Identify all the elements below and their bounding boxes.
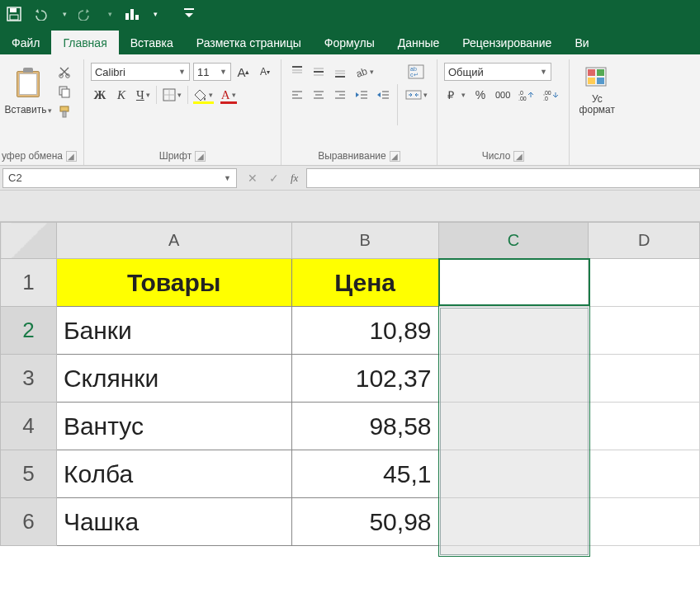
cell-C3[interactable]: [438, 355, 589, 403]
cell-B2[interactable]: 10,89: [291, 307, 438, 355]
tab-data[interactable]: Данные: [386, 31, 452, 54]
redo-dropdown-icon[interactable]: ▾: [108, 10, 112, 18]
font-name-combo[interactable]: Calibri▼: [91, 63, 190, 81]
merge-center-icon[interactable]: ▾: [403, 86, 430, 104]
cut-icon[interactable]: [56, 64, 73, 79]
undo-icon[interactable]: [33, 7, 50, 21]
tab-file[interactable]: Файл: [0, 31, 51, 54]
borders-button[interactable]: ▾: [160, 86, 184, 104]
enter-formula-icon[interactable]: ✓: [269, 172, 279, 185]
alignment-dialog-launcher-icon[interactable]: ◢: [390, 151, 400, 162]
comma-format-icon[interactable]: 000: [493, 86, 513, 104]
percent-format-icon[interactable]: %: [471, 86, 490, 104]
customize-qat-icon[interactable]: [184, 8, 194, 20]
align-top-icon[interactable]: [288, 63, 306, 81]
grow-font-icon[interactable]: A▴: [234, 63, 253, 81]
align-bottom-icon[interactable]: [331, 63, 349, 81]
redo-icon[interactable]: [78, 7, 95, 21]
shrink-font-icon[interactable]: A▾: [256, 63, 274, 81]
cell-C6[interactable]: [438, 498, 589, 546]
row-header-3[interactable]: 3: [1, 355, 57, 403]
align-center-icon[interactable]: [310, 86, 328, 104]
fill-color-button[interactable]: ▾: [192, 86, 215, 104]
row-header-5[interactable]: 5: [1, 450, 57, 498]
cell-C4[interactable]: [438, 403, 589, 450]
undo-dropdown-icon[interactable]: ▾: [63, 10, 67, 18]
row-header-2[interactable]: 2: [1, 307, 57, 355]
align-middle-icon[interactable]: [310, 63, 328, 81]
orientation-icon[interactable]: ab▾: [352, 63, 376, 81]
italic-button[interactable]: К: [112, 86, 130, 104]
clipboard-dialog-launcher-icon[interactable]: ◢: [66, 151, 77, 162]
cell-D2[interactable]: [589, 307, 700, 355]
cell-D6[interactable]: [589, 498, 700, 546]
cell-A4[interactable]: Вантус: [56, 403, 291, 450]
copy-icon[interactable]: [56, 84, 73, 99]
svg-rect-1: [10, 8, 17, 12]
align-right-icon[interactable]: [331, 86, 349, 104]
cell-A5[interactable]: Колба: [56, 450, 291, 498]
underline-button[interactable]: Ч▾: [134, 86, 153, 104]
cell-A2[interactable]: Банки: [56, 307, 291, 355]
font-dialog-launcher-icon[interactable]: ◢: [195, 151, 206, 162]
cell-C1[interactable]: [438, 259, 589, 307]
cell-D4[interactable]: [589, 403, 700, 450]
row-header-4[interactable]: 4: [1, 403, 57, 450]
col-header-C[interactable]: C: [438, 223, 589, 259]
col-header-A[interactable]: A: [56, 223, 291, 259]
formula-input[interactable]: [306, 168, 700, 188]
cell-D5[interactable]: [589, 450, 700, 498]
cell-B4[interactable]: 98,58: [291, 403, 438, 450]
group-font: Calibri▼ 11▼ A▴ A▾ Ж К Ч▾ ▾: [84, 59, 281, 165]
row-header-1[interactable]: 1: [1, 259, 57, 307]
row-header-6[interactable]: 6: [1, 498, 57, 546]
increase-indent-icon[interactable]: [374, 86, 392, 104]
cell-B3[interactable]: 102,37: [291, 355, 438, 403]
cancel-formula-icon[interactable]: ✕: [248, 172, 258, 185]
format-painter-icon[interactable]: [56, 104, 73, 119]
quick-chart-icon[interactable]: [124, 7, 140, 21]
worksheet[interactable]: A B C D 1 Товары Цена 2 Банки 10,89 3 Ск…: [0, 191, 700, 598]
cell-B5[interactable]: 45,1: [291, 450, 438, 498]
svg-text:,0: ,0: [543, 96, 548, 101]
wrap-text-icon[interactable]: abc↵: [403, 63, 430, 81]
tab-home[interactable]: Главная: [51, 31, 118, 54]
align-left-icon[interactable]: [288, 86, 306, 104]
quick-chart-dropdown-icon[interactable]: ▾: [154, 10, 158, 18]
col-header-D[interactable]: D: [589, 223, 700, 259]
cell-C2[interactable]: [438, 307, 589, 355]
cell-B6[interactable]: 50,98: [291, 498, 438, 546]
cell-A1[interactable]: Товары: [56, 259, 291, 307]
conditional-formatting-button[interactable]: Усформат: [576, 61, 617, 115]
svg-rect-53: [588, 78, 595, 84]
tab-view[interactable]: Ви: [563, 31, 600, 54]
name-box[interactable]: C2▼: [2, 168, 237, 188]
cell-A3[interactable]: Склянки: [56, 355, 291, 403]
ribbon: Вставить▾ уфер обмена ◢: [0, 54, 700, 166]
tab-review[interactable]: Рецензирование: [451, 31, 563, 54]
font-color-button[interactable]: A▾: [219, 86, 239, 104]
bold-button[interactable]: Ж: [91, 86, 109, 104]
col-header-B[interactable]: B: [291, 223, 438, 259]
tab-insert[interactable]: Вставка: [119, 31, 185, 54]
cell-B1[interactable]: Цена: [291, 259, 438, 307]
cell-C5[interactable]: [438, 450, 589, 498]
decrease-indent-icon[interactable]: [352, 86, 371, 104]
increase-decimal-icon[interactable]: ,0,00: [516, 86, 537, 104]
number-dialog-launcher-icon[interactable]: ◢: [513, 151, 524, 162]
save-icon[interactable]: [7, 7, 21, 21]
tab-page-layout[interactable]: Разметка страницы: [185, 31, 313, 54]
cell-D1[interactable]: [589, 259, 700, 307]
svg-rect-11: [60, 106, 69, 111]
decrease-decimal-icon[interactable]: ,00,0: [541, 86, 562, 104]
tab-formulas[interactable]: Формулы: [313, 31, 386, 54]
cell-A6[interactable]: Чашка: [56, 498, 291, 546]
cell-D3[interactable]: [589, 355, 700, 403]
svg-rect-6: [184, 8, 194, 10]
accounting-format-icon[interactable]: ₽▾: [444, 86, 468, 104]
select-all-corner[interactable]: [1, 223, 57, 259]
number-format-combo[interactable]: Общий▼: [444, 63, 551, 81]
fx-icon[interactable]: fx: [291, 172, 298, 185]
font-size-combo[interactable]: 11▼: [193, 63, 231, 81]
paste-button[interactable]: Вставить▾: [5, 61, 51, 115]
